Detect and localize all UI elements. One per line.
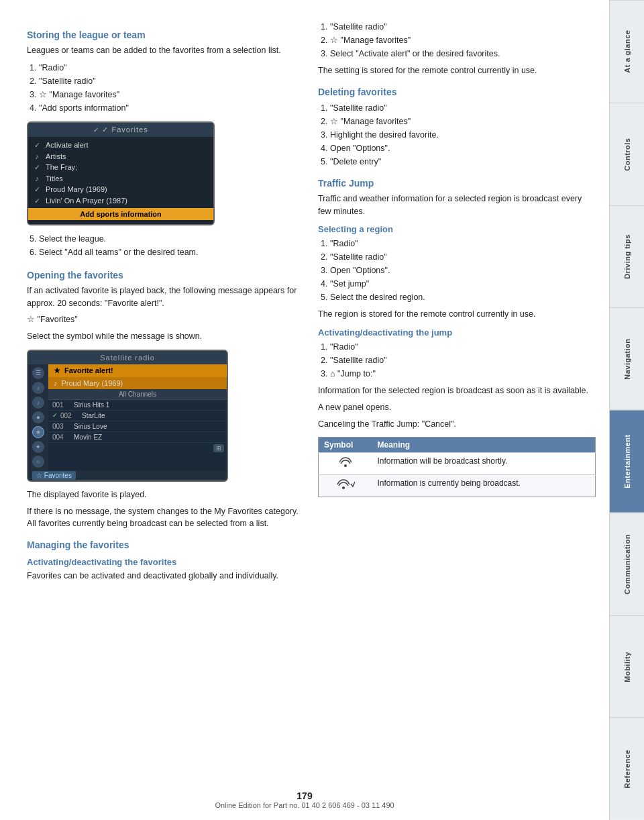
activating-body: The setting is stored for the remote con… [318,64,596,77]
section2-title: Opening the favorites [27,270,305,280]
sidebar-tab-controls[interactable]: Controls [610,103,644,205]
channel-row: 001Sirius Hits 1 [48,400,227,411]
list-item: ☆ "Manage favorites" [330,115,596,128]
sidebar-tab-driving-tips[interactable]: Driving tips [610,205,644,308]
section2-body2: Select the symbol while the message is s… [27,330,305,343]
activating2-body2: A new panel opens. [318,401,596,414]
list-item: "Satellite radio" [39,74,305,88]
icon-circle: ✦ [32,441,44,453]
screen-row: ✓ Proud Mary (1969) [28,184,213,195]
table-row: Information is currently being broadcast… [319,475,596,497]
section3-title: Managing the favorites [27,540,305,550]
list-item: Open "Options". [330,264,596,277]
screen2-body: ☰ ♪ ♪ ● ★ ✦ ○ ★Favorite alert! ♪Proud Ma… [28,364,227,470]
section1-intro: Leagues or teams can be added to the fav… [27,44,305,57]
list-item: "Satellite radio" [330,250,596,264]
channel-row: ✓002StarLite [48,411,227,421]
selecting-title: Selecting a region [318,224,596,234]
sidebar-tab-entertainment[interactable]: Entertainment [610,410,644,513]
sidebar-tab-reference[interactable]: Reference [610,717,644,820]
divider-row: All Channels [48,389,227,400]
main-content: Storing the league or team Leagues or te… [0,0,609,820]
star-symbol: ☆ [27,315,35,324]
list-item: "Set jump" [330,277,596,291]
sidebar: At a glance Controls Driving tips Naviga… [609,0,644,820]
favorites-tab: ☆ Favorites [28,470,227,480]
list-item: ☆ "Manage favorites" [330,34,596,47]
symbol-cell [319,453,372,475]
list-item: Open "Options". [330,142,596,155]
section2-body3: The displayed favorite is played. [27,489,305,501]
channel-row: 003Sirius Love [48,421,227,432]
meaning-cell: Information will be broadcast shortly. [372,453,596,475]
list-item: "Satellite radio" [330,354,596,367]
list-item: ⌂ "Jump to:" [330,367,596,380]
traffic-body: Traffic and weather information for a se… [318,193,596,218]
icon-circle: ♪ [32,382,44,394]
list-item: "Radio" [330,237,596,250]
broadcast-icon [338,456,353,468]
icon-circle: ● [32,411,44,423]
screen-row: ♪ Titles [28,173,213,184]
section1-steps-list: "Radio" "Satellite radio" ☆ "Manage favo… [39,61,305,115]
page-number: 179 [297,790,312,801]
screen-row: ♪ Artists [28,151,213,162]
section2-body1: If an activated favorite is played back,… [27,285,305,310]
list-item: "Add sports information" [39,101,305,115]
screen1-title: ✓ ✓ Favorites [28,123,213,137]
list-item: "Radio" [330,340,596,354]
section2-star: ☆ "Favorites" [27,313,305,326]
footer: 179 Online Edition for Part no. 01 40 2 … [0,788,609,812]
icon-circle: ☰ [32,367,44,379]
broadcast-check-icon [336,478,355,491]
selecting-steps: "Radio" "Satellite radio" Open "Options"… [330,237,596,304]
left-column: Storing the league or team Leagues or te… [27,20,305,807]
screen2: Satellite radio ☰ ♪ ♪ ● ★ ✦ ○ ★Favorite … [27,350,228,482]
screen-row: ✓ Activate alert [28,140,213,151]
section2-body4: If there is no message, the system chang… [27,505,305,531]
highlight-row: Add sports information [28,208,213,220]
sidebar-tab-communication[interactable]: Communication [610,513,644,615]
deleting-title: Deleting favorites [318,87,596,97]
section3-body: Favorites can be activated and deactivat… [27,570,305,582]
sidebar-tab-mobility[interactable]: Mobility [610,615,644,718]
screen-controls: ⊞ [48,443,227,454]
list-item: "Satellite radio" [330,20,596,34]
screen-row: ✓ Livin' On A Prayer (1987) [28,195,213,207]
list-item: Select "Add all teams" or the desired te… [39,246,305,259]
symbol-cell [319,475,372,497]
section1-title: Storing the league or team [27,30,305,40]
channel-row: 004Movin EZ [48,432,227,443]
selecting-body: The region is stored for the remote cont… [318,308,596,321]
meaning-cell: Information is currently being broadcast… [372,475,596,497]
list-item: "Delete entry" [330,155,596,168]
right-column: "Satellite radio" ☆ "Manage favorites" S… [318,20,596,807]
list-item: Select "Activate alert" or the desired f… [330,47,596,60]
activating2-body1: Information for the selected region is b… [318,385,596,397]
screen2-header: Satellite radio [28,351,227,364]
icon-circle-fav: ★ [32,426,44,438]
list-item: Select the desired region. [330,291,596,304]
table-row: Information will be broadcast shortly. [319,453,596,475]
screen-row: ✓ The Fray; [28,162,213,173]
activating2-body3: Canceling the Traffic Jump: "Cancel". [318,418,596,431]
screen1: ✓ ✓ Favorites ✓ Activate alert ♪ Artists… [27,121,215,225]
list-item: Highlight the desired favorite. [330,128,596,142]
footer-text: Online Edition for Part no. 01 40 2 606 … [215,801,394,809]
list-item: Select the league. [39,232,305,246]
icon-circle: ○ [32,456,44,468]
activating2-steps: "Radio" "Satellite radio" ⌂ "Jump to:" [330,340,596,380]
activating2-title: Activating/deactivating the jump [318,327,596,338]
list-item: "Radio" [39,61,305,74]
svg-point-1 [342,486,345,489]
list-item: "Satellite radio" [330,101,596,115]
section1-steps-cont: Select the league. Select "Add all teams… [39,232,305,259]
table-header-symbol: Symbol [319,438,372,453]
screen-left-icons: ☰ ♪ ♪ ● ★ ✦ ○ [28,364,48,470]
section3-sub: Activating/deactivating the favorites [27,557,305,567]
sidebar-tab-navigation[interactable]: Navigation [610,307,644,410]
popup-row1: ★Favorite alert! [48,364,227,377]
deleting-steps: "Satellite radio" ☆ "Manage favorites" H… [330,101,596,168]
traffic-title: Traffic Jump [318,178,596,189]
sidebar-tab-at-glance[interactable]: At a glance [610,0,644,103]
